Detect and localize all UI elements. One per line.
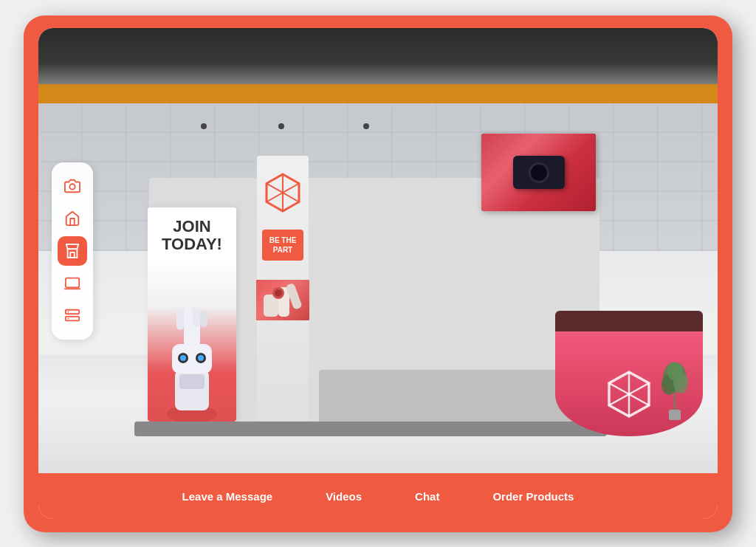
svg-rect-2: [66, 278, 79, 287]
action-bar: Leave a Message Videos Chat Order Produc…: [38, 473, 718, 519]
spotlight-2: [278, 123, 284, 129]
sidebar-item-store[interactable]: [58, 236, 87, 266]
svg-rect-17: [176, 309, 184, 330]
banner-text: JOIN TODAY!: [148, 207, 236, 258]
videos-button[interactable]: Videos: [299, 484, 388, 509]
robot-hand-svg: [159, 303, 225, 422]
svg-point-39: [667, 362, 682, 381]
sidebar-item-laptop[interactable]: [58, 269, 87, 298]
be-the-part-sign: BE THE PART: [262, 230, 303, 261]
chat-button[interactable]: Chat: [388, 484, 466, 509]
hall-background: JOIN TODAY!: [38, 28, 718, 473]
spotlight-3: [363, 123, 369, 129]
plant-svg: [660, 362, 690, 422]
wall-stripe: [38, 84, 718, 103]
store-icon: [64, 243, 80, 259]
camera-icon: [64, 178, 80, 194]
large-monitor: [481, 134, 596, 211]
ceiling-band: [38, 28, 718, 87]
svg-rect-10: [179, 374, 205, 389]
hex-logo-svg: [261, 171, 305, 215]
camera-shape: [513, 156, 565, 189]
small-screen-arm-svg: [256, 280, 309, 320]
monitor-screen: [481, 134, 596, 211]
laptop-icon: [64, 275, 80, 292]
camera-lens: [529, 162, 549, 183]
svg-point-15: [198, 355, 204, 361]
platform-base: [134, 422, 607, 436]
booth-scene: JOIN TODAY!: [112, 126, 695, 436]
decorative-plant: [660, 362, 690, 422]
svg-rect-19: [193, 308, 200, 327]
inner-card: JOIN TODAY!: [38, 28, 718, 519]
hex-logo-column: [261, 171, 305, 215]
svg-point-29: [275, 289, 282, 297]
svg-rect-34: [669, 410, 681, 420]
server-icon: [64, 308, 80, 324]
home-icon: [64, 210, 80, 227]
svg-rect-20: [200, 311, 207, 327]
desk-top-surface: [555, 311, 703, 331]
sidebar-item-server[interactable]: [58, 301, 87, 331]
svg-point-13: [180, 355, 186, 361]
leave-message-button[interactable]: Leave a Message: [156, 484, 300, 509]
spotlight-1: [201, 123, 207, 129]
sidebar: [52, 162, 93, 340]
desk-hex-logo: [603, 368, 655, 420]
svg-point-0: [69, 184, 75, 189]
join-today-banner: JOIN TODAY!: [148, 207, 236, 422]
svg-rect-1: [70, 252, 75, 257]
order-products-button[interactable]: Order Products: [466, 484, 600, 509]
svg-rect-18: [184, 306, 191, 327]
outer-frame: JOIN TODAY!: [24, 16, 732, 532]
sidebar-item-camera[interactable]: [58, 171, 87, 201]
desk-hex-svg: [603, 368, 655, 420]
sidebar-item-home[interactable]: [58, 204, 87, 233]
small-screen: [256, 280, 309, 320]
banner-robot-image: [148, 258, 236, 422]
small-screen-content: [256, 280, 309, 320]
center-column: BE THE PART: [257, 156, 309, 422]
